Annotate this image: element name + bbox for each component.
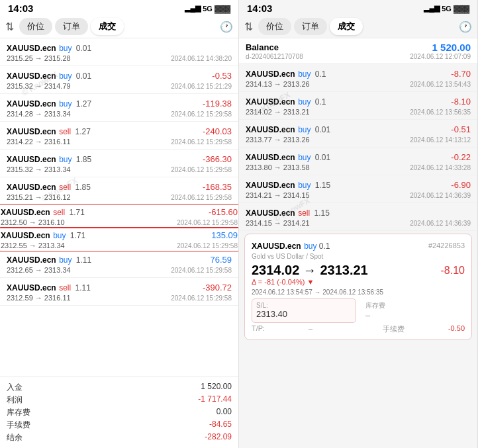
summary-val-kucun: 0.00	[216, 407, 232, 418]
delta-arrow: ▼	[307, 278, 314, 286]
size-t2: 0.01	[76, 71, 91, 81]
summary-label-shouxu: 手续费	[7, 420, 30, 431]
symbol-t4: XAUUSD.ecn	[7, 127, 56, 136]
price-t7: 2312.50 → 2316.10	[1, 218, 65, 226]
tab-dingdan[interactable]: 订单	[55, 18, 88, 35]
right-status-bar: 14:03 ▂▄▆ 5G ▓▓▓	[239, 0, 477, 15]
right-clock-icon[interactable]: 🕐	[459, 21, 472, 33]
r6-size: 1.15	[314, 208, 329, 218]
price-t1: 2315.25 → 2315.28	[7, 54, 71, 62]
action-t6: sell	[59, 183, 73, 192]
date-t2: 2024.06.12 15:21:29	[171, 83, 232, 90]
price-t2: 2315.32 → 2314.79	[7, 82, 71, 90]
date-t4: 2024.06.12 15:29:58	[171, 138, 232, 146]
tab-jiwei[interactable]: 价位	[19, 18, 52, 35]
right-network-label: 5G	[442, 5, 452, 13]
right-trade-r5[interactable]: XAUUSD.ecn buy 1.15 -6.90 2314.21 → 2314…	[239, 175, 477, 203]
detail-symbol: XAUUSD.ecn	[252, 242, 301, 251]
trade-item-t6[interactable]: XAUUSD.ecn sell 1.85 -168.35 2315.21 → 2…	[0, 177, 238, 205]
right-time: 14:03	[247, 3, 272, 14]
right-tab-jiwei[interactable]: 价位	[258, 18, 291, 35]
symbol-t5: XAUUSD.ecn	[7, 155, 56, 164]
detail-pnl: -8.10	[441, 265, 465, 277]
date-t1: 2024.06.12 14:38:20	[171, 55, 232, 62]
summary-row-jieyu: 结余 -282.09	[7, 431, 232, 444]
pnl-t5: -366.30	[203, 154, 232, 164]
r1-action: buy	[298, 69, 313, 79]
pnl-t8: 135.09	[211, 230, 238, 240]
trade-item-t8[interactable]: XAUUSD.ecn buy 1.71 135.09 2312.55 → 231…	[0, 227, 238, 251]
r5-pnl: -6.90	[451, 180, 471, 190]
r4-action: buy	[298, 153, 313, 162]
symbol-t2: XAUUSD.ecn	[7, 71, 56, 81]
trade-item-t10[interactable]: XAUUSD.ecn sell 1.11 -390.72 2312.59 → 2…	[0, 278, 238, 306]
balance-val: 1 520.00	[410, 42, 471, 53]
balance-date: 2024.06.12 12:07:09	[410, 53, 471, 60]
detail-sl-val: 2313.40	[256, 309, 352, 319]
r6-action: sell	[298, 208, 312, 218]
trade-item-t1[interactable]: XAUUSD.ecn buy 0.01 2315.25 → 2315.28 20…	[0, 38, 238, 66]
detail-price-range: 2314.02 → 2313.21	[252, 263, 368, 278]
date-t7: 2024.06.12 15:29:58	[177, 219, 238, 226]
detail-sl-field: S/L: 2313.40	[252, 298, 356, 323]
action-t3: buy	[59, 99, 74, 109]
price-t8: 2312.55 → 2313.34	[1, 242, 65, 249]
left-trade-list: XAUUSD.ecn buy 0.01 2315.25 → 2315.28 20…	[0, 38, 238, 377]
detail-date-range: 2024.06.12 13:54:57 → 2024.06.12 13:56:3…	[252, 289, 465, 296]
right-trade-r2[interactable]: XAUUSD.ecn buy 0.1 -8.10 2314.02 → 2313.…	[239, 92, 477, 120]
price-t9: 2312.65 → 2313.34	[7, 266, 71, 274]
r1-price: 2314.13 → 2313.26	[246, 80, 310, 88]
detail-orderid: #24226853	[428, 242, 465, 249]
network-label: 5G	[203, 5, 213, 13]
size-t9: 1.11	[76, 255, 91, 265]
size-t8: 1.71	[70, 231, 85, 240]
symbol-t6: XAUUSD.ecn	[7, 183, 56, 192]
right-status-icons: ▂▄▆ 5G ▓▓▓	[424, 4, 469, 13]
signal-icon: ▂▄▆	[185, 4, 201, 13]
right-panel: 14:03 ▂▄▆ 5G ▓▓▓ ⇅ 价位 订单 成交 🕐 Balance d-…	[239, 0, 478, 448]
symbol-t10: XAUUSD.ecn	[7, 283, 56, 292]
r6-symbol: XAUUSD.ecn	[246, 208, 295, 218]
trade-item-t5[interactable]: XAUUSD.ecn buy 1.85 -366.30 2315.32 → 23…	[0, 150, 238, 177]
date-t10: 2024.06.12 15:29:58	[171, 294, 232, 302]
summary-row-rujin: 入金 1 520.00	[7, 381, 232, 394]
r1-pnl: -8.70	[451, 69, 471, 79]
trade-item-t4[interactable]: XAUUSD.ecn sell 1.27 -240.03 2314.22 → 2…	[0, 122, 238, 150]
detail-size: 0.1	[319, 242, 330, 251]
right-trade-r1[interactable]: XAUUSD.ecn buy 0.1 -8.70 2314.13 → 2313.…	[239, 64, 477, 92]
size-t3: 1.27	[76, 99, 91, 109]
price-t3: 2314.28 → 2313.34	[7, 110, 71, 118]
tab-chengjiao[interactable]: 成交	[91, 18, 124, 35]
trade-item-t9[interactable]: XAUUSD.ecn buy 1.11 76.59 2312.65 → 2313…	[0, 250, 238, 278]
r4-date: 2024.06.12 14:33:28	[410, 164, 471, 171]
summary-val-lirun: -1 717.44	[198, 394, 232, 406]
trade-item-t2[interactable]: XAUUSD.ecn buy 0.01 -0.53 2315.32 → 2314…	[0, 66, 238, 94]
detail-fee-row: T/P: – 手续费 -0.50	[252, 324, 465, 334]
date-t8: 2024.06.12 15:29:58	[177, 242, 238, 249]
right-sort-icon[interactable]: ⇅	[244, 21, 253, 33]
right-battery-icon: ▓▓▓	[454, 5, 469, 13]
action-t7: sell	[53, 208, 67, 217]
detail-popup[interactable]: XAUUSD.ecn buy 0.1 #24226853 Gold vs US …	[244, 234, 472, 340]
r5-symbol: XAUUSD.ecn	[246, 181, 295, 190]
detail-storage-val: –	[365, 310, 461, 320]
right-trade-r4[interactable]: XAUUSD.ecn buy 0.01 -0.22 2313.80 → 2313…	[239, 148, 477, 175]
right-tab-chengjiao[interactable]: 成交	[330, 18, 363, 35]
r3-date: 2024.06.12 14:13:12	[410, 136, 471, 144]
right-trade-r3[interactable]: XAUUSD.ecn buy 0.01 -0.51 2313.77 → 2313…	[239, 120, 477, 148]
balance-label: Balance	[246, 42, 303, 52]
r3-pnl: -0.51	[451, 124, 471, 134]
date-t6: 2024.06.12 15:29:58	[171, 194, 232, 201]
sort-icon[interactable]: ⇅	[5, 21, 14, 33]
right-tab-dingdan[interactable]: 订单	[294, 18, 327, 35]
symbol-t7: XAUUSD.ecn	[1, 208, 50, 217]
clock-icon[interactable]: 🕐	[220, 21, 233, 33]
balance-item[interactable]: Balance d-20240612170708 1 520.00 2024.0…	[239, 38, 477, 64]
summary-val-rujin: 1 520.00	[201, 382, 232, 393]
right-trade-r6[interactable]: XAUUSD.ecn sell 1.15 2314.15 → 2314.21 2…	[239, 203, 477, 231]
trade-item-t3[interactable]: XAUUSD.ecn buy 1.27 -119.38 2314.28 → 23…	[0, 94, 238, 122]
summary-label-kucun: 库存费	[7, 407, 30, 418]
r2-price: 2314.02 → 2313.21	[246, 108, 310, 116]
r1-symbol: XAUUSD.ecn	[246, 69, 295, 79]
trade-item-t7[interactable]: XAUUSD.ecn sell 1.71 -615.60 2312.50 → 2…	[0, 204, 238, 228]
